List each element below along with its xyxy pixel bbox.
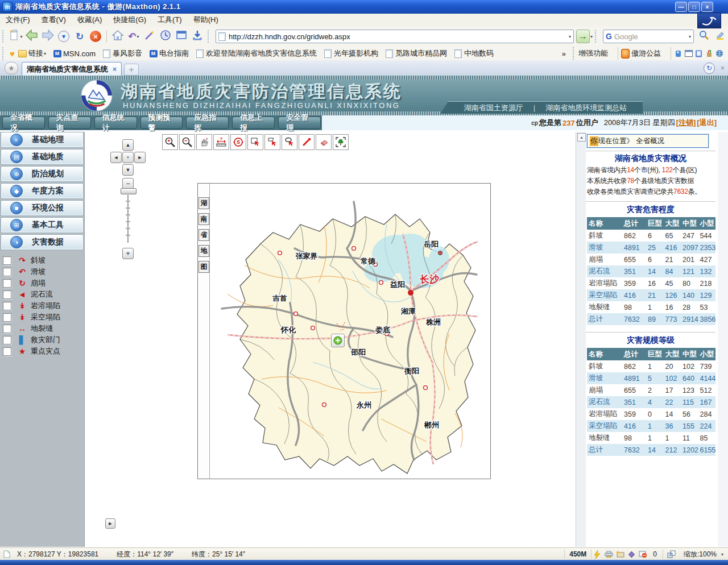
zoom-out-tool[interactable]: − — [179, 134, 195, 150]
link-land-resources[interactable]: 湖南省国土资源厅 — [454, 103, 533, 113]
messenger-icon[interactable] — [674, 50, 682, 57]
link-msn[interactable]: MMSN.com — [53, 49, 96, 58]
sidebar-item-base-geography[interactable]: » 基础地理 — [1, 132, 84, 148]
select-rectangle-tool[interactable] — [247, 134, 263, 150]
proxy-icon[interactable] — [604, 550, 613, 559]
boost-lightning-icon[interactable] — [593, 550, 602, 559]
sidebar-item-disaster-data[interactable]: ◑ 灾害数据 — [1, 234, 84, 250]
go-dropdown-icon[interactable]: ▾ — [590, 34, 593, 39]
pen-tools-icon[interactable] — [705, 50, 713, 57]
nav-tab-query[interactable]: 灾点查询 — [48, 117, 91, 129]
search-box[interactable]: G Google ▾ — [603, 30, 694, 43]
scale-tool[interactable]: S — [230, 134, 246, 150]
window-list-button[interactable] — [174, 29, 189, 44]
close-button[interactable]: × — [701, 2, 713, 12]
title-bar[interactable]: m 湖南省地质灾害信息系统 - 傲游(Maxthon) 2.1.1 — □ × — [0, 0, 728, 14]
menu-help[interactable]: 帮助(H) — [188, 15, 224, 25]
hscroll-right-button[interactable]: ► — [105, 518, 115, 529]
map-add-point-button[interactable] — [331, 334, 345, 347]
refresh-button[interactable]: ↻ — [72, 29, 87, 44]
sidebar-item-prevention-plan[interactable]: ⊕ 防治规划 — [1, 166, 84, 182]
links-folder[interactable]: 链接 ▾ — [18, 48, 46, 59]
layer-checkbox[interactable] — [3, 268, 11, 276]
back-button[interactable] — [24, 29, 39, 44]
tab-active[interactable]: 湖南省地质灾害信息系统 × — [22, 62, 122, 76]
layer-checkbox[interactable] — [3, 336, 11, 344]
favorites-star-button[interactable]: ★ — [5, 62, 18, 74]
new-page-button[interactable]: ▾ — [9, 29, 23, 44]
pan-left-button[interactable]: ◄ — [110, 152, 122, 163]
link-milu[interactable]: 觅路城市精品网 — [385, 48, 447, 59]
search-engine-dropdown-icon[interactable]: ▾ — [689, 34, 691, 39]
rail-char-button[interactable]: 图 — [198, 261, 209, 273]
address-bar[interactable]: http://dzzh.hndh.gov.cn/gridweb.aspx ▾ — [216, 30, 574, 43]
forward-button[interactable] — [40, 29, 55, 44]
world-grid-icon[interactable] — [715, 50, 723, 57]
link-baofeng[interactable]: 暴风影音 — [102, 48, 142, 59]
new-tab-button[interactable]: + — [124, 64, 139, 76]
plugin-diamond-icon[interactable] — [627, 550, 636, 559]
new-window-icon[interactable] — [684, 50, 693, 57]
new-popup-icon[interactable] — [615, 550, 624, 559]
layer-checkbox[interactable] — [3, 290, 11, 299]
nav-tab-security[interactable]: 安全管理 — [278, 117, 321, 129]
popup-blocker-icon[interactable] — [638, 550, 647, 559]
nav-tab-forecast[interactable]: 预测预警 — [140, 117, 183, 129]
layer-checkbox[interactable] — [3, 302, 11, 310]
undo-button[interactable]: ↶ ▾ — [126, 29, 141, 44]
rail-char-button[interactable]: 地 — [198, 245, 209, 257]
search-placeholder[interactable]: Google — [614, 32, 688, 41]
link-geo-monitor[interactable]: 湖南省地质环境监测总站 — [535, 103, 637, 113]
layer-checkbox[interactable] — [3, 256, 11, 265]
nav-tab-overview[interactable]: 全省概况 — [2, 117, 45, 129]
link-photo[interactable]: 光年摄影机构 — [324, 48, 378, 59]
home-button[interactable] — [110, 29, 125, 44]
address-url[interactable]: http://dzzh.hndh.gov.cn/gridweb.aspx — [229, 32, 568, 41]
zoom-caret-icon[interactable]: ▾ — [721, 552, 723, 557]
slider-handle[interactable] — [121, 188, 136, 194]
layer-checkbox[interactable] — [3, 325, 11, 333]
sidebar-item-env-bulletin[interactable]: ■ 环境公报 — [1, 200, 84, 216]
magic-wand-button[interactable] — [142, 29, 157, 44]
menu-groups[interactable]: 快捷组(G) — [107, 15, 152, 25]
session-restore-icon[interactable]: ↻ — [704, 63, 715, 74]
scroll-up-icon[interactable]: ▲ — [577, 133, 586, 142]
history-dropdown-button[interactable]: ▾ — [56, 29, 71, 44]
sidebar-item-basic-tools[interactable]: ⊞ 基本工具 — [1, 217, 84, 233]
maxthon-charity-link[interactable]: 傲游公益 — [621, 48, 661, 59]
page-scroll-gutter[interactable] — [718, 132, 728, 547]
draw-point-tool[interactable] — [299, 134, 315, 150]
notes-icon[interactable] — [694, 50, 703, 57]
pan-tool[interactable] — [196, 134, 212, 150]
stop-button[interactable]: × — [88, 29, 103, 44]
zoom-slider[interactable] — [119, 188, 136, 246]
pan-right-button[interactable]: ► — [134, 152, 146, 163]
layer-checkbox[interactable] — [3, 313, 11, 322]
pan-down-button[interactable]: ▼ — [122, 164, 134, 176]
pan-up-button[interactable]: ▲ — [122, 139, 134, 151]
nav-tab-emergency[interactable]: 应急指挥 — [186, 117, 229, 129]
zoom-level[interactable]: 缩放:100% — [679, 550, 721, 559]
link-zhongdi[interactable]: 中地数码 — [454, 48, 494, 59]
zoom-out-step-button[interactable]: − — [122, 178, 134, 189]
menu-favorites[interactable]: 收藏(A) — [72, 15, 107, 25]
resize-icon[interactable] — [663, 550, 678, 559]
logout-link[interactable]: [注销] — [676, 118, 696, 128]
pan-center-button[interactable]: + — [122, 152, 134, 163]
enhance-menu[interactable]: 增强功能 — [578, 48, 608, 59]
tabbar-close-icon[interactable]: × — [721, 64, 725, 72]
sidebar-item-base-geology[interactable]: ▤ 基础地质 — [1, 149, 84, 165]
menu-tools[interactable]: 工具(T) — [152, 15, 188, 25]
menu-view[interactable]: 查看(V) — [36, 15, 72, 25]
select-circle-tool[interactable] — [282, 134, 297, 150]
favorites-heart-icon[interactable]: ♥ — [8, 50, 16, 57]
select-polygon-tool[interactable] — [264, 134, 280, 150]
overflow-chevron[interactable]: » — [562, 49, 566, 58]
sidebar-item-annual-plan[interactable]: ◆ 年度方案 — [1, 183, 84, 199]
go-button[interactable]: → — [576, 30, 590, 43]
address-dropdown-icon[interactable]: ▾ — [569, 34, 571, 39]
layer-checkbox[interactable] — [3, 279, 11, 288]
tab-close-icon[interactable]: × — [113, 65, 117, 73]
exit-link[interactable]: [退出] — [697, 118, 717, 128]
panel-scrollbar[interactable]: ▲ — [576, 132, 586, 547]
